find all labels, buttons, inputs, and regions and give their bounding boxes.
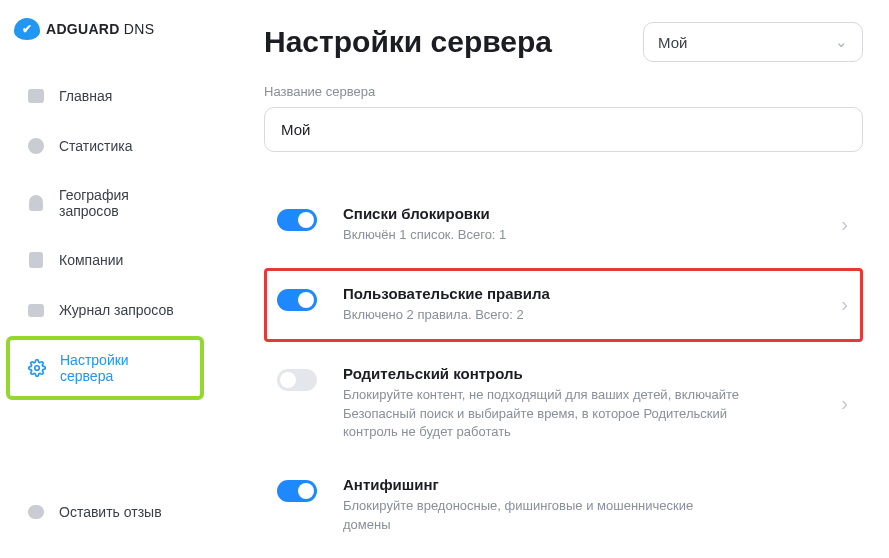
setting-title: Списки блокировки [343, 205, 807, 222]
person-pin-icon [27, 194, 45, 212]
chevron-right-icon: › [833, 213, 848, 236]
server-name-input[interactable] [264, 107, 863, 152]
setting-title: Пользовательские правила [343, 285, 807, 302]
svg-point-0 [35, 366, 40, 371]
toggle-blocklists[interactable] [277, 209, 317, 231]
sidebar-item-query-log[interactable]: Журнал запросов [6, 286, 204, 334]
sidebar-item-label: Настройки сервера [60, 352, 182, 384]
setting-title: Антифишинг [343, 476, 848, 493]
sidebar-item-stats[interactable]: Статистика [6, 122, 204, 170]
chevron-right-icon: › [833, 392, 848, 415]
server-dropdown[interactable]: Мой ⌄ [643, 22, 863, 62]
server-name-label: Название сервера [264, 84, 863, 99]
sidebar-item-label: Главная [59, 88, 112, 104]
settings-list: Списки блокировки Включён 1 список. Всег… [264, 188, 863, 552]
chevron-down-icon: ⌄ [835, 33, 848, 51]
folder-icon [27, 301, 45, 319]
brand-text: ADGUARD DNS [46, 21, 154, 37]
chevron-right-icon: › [833, 293, 848, 316]
setting-subtitle: Включён 1 список. Всего: 1 [343, 226, 743, 245]
page-title: Настройки сервера [264, 25, 552, 59]
setting-subtitle: Блокируйте контент, не подходящий для ва… [343, 386, 743, 443]
sidebar-item-label: География запросов [59, 187, 183, 219]
setting-row-user-rules[interactable]: Пользовательские правила Включено 2 прав… [264, 268, 863, 342]
sidebar-item-label: Оставить отзыв [59, 504, 162, 520]
sidebar-item-label: Журнал запросов [59, 302, 174, 318]
gear-icon [28, 359, 46, 377]
chat-bubble-icon [27, 503, 45, 521]
sidebar-item-feedback[interactable]: Оставить отзыв [6, 488, 204, 536]
pie-chart-icon [27, 137, 45, 155]
setting-row-parental-control[interactable]: Родительский контроль Блокируйте контент… [264, 348, 863, 460]
sidebar: ADGUARD DNS Главная Статистика Геогр [0, 0, 210, 558]
sidebar-item-geography[interactable]: География запросов [6, 172, 204, 234]
sidebar-item-server-settings[interactable]: Настройки сервера [6, 336, 204, 400]
setting-subtitle: Включено 2 правила. Всего: 2 [343, 306, 743, 325]
brand-logo[interactable]: ADGUARD DNS [0, 18, 210, 70]
home-icon [27, 87, 45, 105]
sidebar-item-label: Компании [59, 252, 123, 268]
sidebar-item-home[interactable]: Главная [6, 72, 204, 120]
sidebar-item-label: Статистика [59, 138, 133, 154]
setting-title: Родительский контроль [343, 365, 807, 382]
sidebar-item-companies[interactable]: Компании [6, 236, 204, 284]
setting-row-antiphishing[interactable]: Антифишинг Блокируйте вредоносные, фишин… [264, 459, 863, 552]
setting-subtitle: Блокируйте вредоносные, фишинговые и мош… [343, 497, 743, 535]
toggle-antiphishing[interactable] [277, 480, 317, 502]
toggle-user-rules[interactable] [277, 289, 317, 311]
building-icon [27, 251, 45, 269]
toggle-parental-control [277, 369, 317, 391]
sidebar-nav: Главная Статистика География запросов Ко… [0, 70, 210, 486]
setting-row-blocklists[interactable]: Списки блокировки Включён 1 список. Всег… [264, 188, 863, 262]
main-content: Настройки сервера Мой ⌄ Название сервера… [210, 0, 889, 558]
cloud-check-icon [14, 18, 40, 40]
server-dropdown-value: Мой [658, 34, 687, 51]
